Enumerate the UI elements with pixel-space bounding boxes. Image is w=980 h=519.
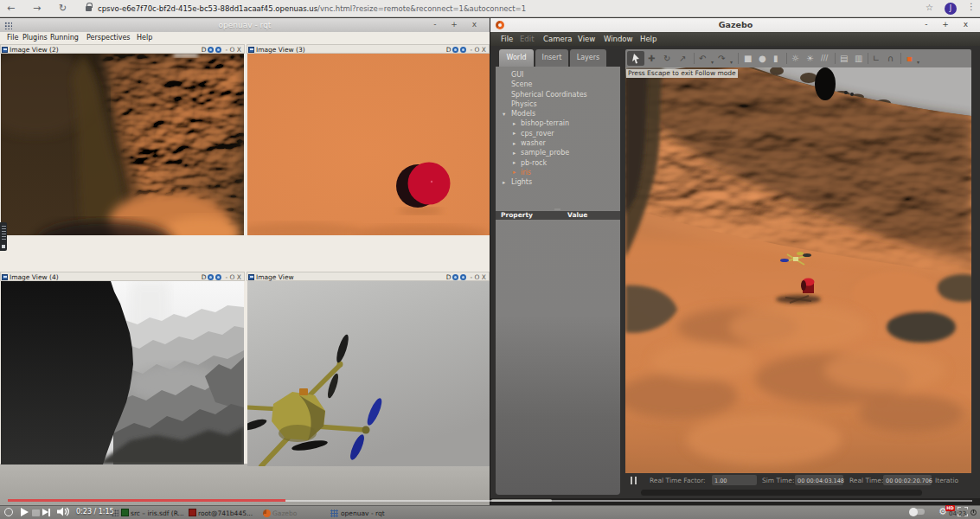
power-icon[interactable]: [970, 509, 977, 516]
taskbar-item-root[interactable]: root@741b445...: [198, 509, 253, 517]
panel-window-buttons[interactable]: - O X: [470, 46, 486, 54]
tree-item-iris[interactable]: ▸iris: [496, 169, 620, 178]
taskbar-item-rqt[interactable]: openuav - rqt: [341, 509, 385, 517]
redo-icon[interactable]: ↷: [718, 52, 725, 65]
refresh-icon[interactable]: [452, 274, 458, 280]
rqt-titlebar[interactable]: openuav - rqt - + x: [0, 18, 490, 32]
tree-item-lights[interactable]: ▸Lights: [496, 178, 620, 188]
profile-avatar[interactable]: J: [945, 3, 957, 15]
spot-light-icon[interactable]: ☀: [806, 52, 814, 65]
video-next-icon[interactable]: [42, 509, 48, 516]
rqt-menu-help[interactable]: Help: [137, 34, 152, 42]
gz-menu-file[interactable]: File: [501, 35, 513, 43]
caret-right-icon[interactable]: ▸: [513, 159, 516, 166]
taskbar-item-src[interactable]: src – iris.sdf (R...: [131, 509, 184, 517]
tree-item-spherical-coordinates[interactable]: Spherical Coordinates: [496, 91, 620, 100]
scale-tool-icon[interactable]: ↗: [679, 52, 686, 65]
dock-button[interactable]: D: [202, 46, 207, 54]
autoplay-toggle[interactable]: [910, 509, 925, 515]
caret-right-icon[interactable]: ▸: [513, 150, 516, 157]
lock-icon[interactable]: [86, 6, 92, 11]
gazebo-titlebar[interactable]: Gazebo - + x: [490, 18, 980, 32]
refresh-icon[interactable]: [208, 274, 214, 280]
snap-icon[interactable]: ∩: [887, 52, 894, 65]
rqt-menu-file[interactable]: File: [7, 34, 18, 42]
bookmark-star-icon[interactable]: ☆: [926, 3, 933, 12]
help-icon[interactable]: [215, 274, 221, 280]
video-play-icon[interactable]: [21, 508, 29, 516]
tab-layers[interactable]: Layers: [570, 49, 606, 67]
gazebo-window-buttons[interactable]: - + x: [925, 20, 974, 29]
align-icon[interactable]: ∟: [873, 52, 880, 65]
tree-item-scene[interactable]: Scene: [496, 80, 620, 90]
insert-dropdown-icon[interactable]: ▾: [917, 55, 919, 68]
directional-light-icon[interactable]: ///: [821, 52, 828, 65]
dock-handle[interactable]: [0, 222, 7, 251]
tree-item-physics[interactable]: Physics: [496, 100, 620, 110]
tree-item-sample-probe[interactable]: ▸sample_probe: [496, 149, 620, 158]
tree-item-pb-rock[interactable]: ▸pb-rock: [496, 159, 620, 169]
tree-item-gui[interactable]: GUI: [496, 71, 620, 80]
rqt-menu-running[interactable]: Running: [50, 34, 79, 42]
tab-world[interactable]: World: [499, 49, 534, 67]
pause-icon[interactable]: [631, 477, 637, 484]
help-icon[interactable]: [215, 47, 221, 53]
undo-dropdown-icon[interactable]: ▾: [711, 55, 714, 68]
tab-insert[interactable]: Insert: [535, 49, 568, 67]
timebar-scrollbar[interactable]: [641, 490, 922, 496]
terminal-green-icon[interactable]: [121, 509, 129, 516]
caret-right-icon[interactable]: ▸: [513, 130, 516, 137]
redo-dropdown-icon[interactable]: ▾: [730, 55, 733, 68]
tree-item-models[interactable]: ▾Models: [496, 110, 620, 119]
back-icon[interactable]: ←: [7, 3, 15, 14]
image-view-4-titlebar[interactable]: Image View (4) D- O X: [0, 272, 245, 281]
url-bar[interactable]: cpsvo-e6e7f70c-bf2d-415e-bc53-88dd1acaaf…: [98, 4, 526, 13]
gz-menu-camera[interactable]: Camera: [543, 35, 572, 43]
point-light-icon[interactable]: ☼: [791, 52, 799, 65]
move-tool-icon[interactable]: ✚: [648, 52, 655, 65]
dock-button[interactable]: D: [202, 273, 207, 281]
taskbar-gazebo-icon[interactable]: [263, 509, 271, 517]
browser-menu-icon[interactable]: ⋮: [967, 2, 976, 11]
caret-right-icon[interactable]: ▸: [513, 169, 516, 176]
terminal-red-icon[interactable]: [189, 509, 196, 516]
image-view-2-titlebar[interactable]: Image View (2) D- O X: [0, 44, 245, 54]
box-shape-icon[interactable]: ■: [744, 52, 752, 65]
gazebo-3d-viewport[interactable]: [625, 67, 971, 473]
video-miniplayer-icon[interactable]: [32, 509, 40, 516]
forward-icon[interactable]: →: [33, 3, 41, 14]
panel-window-buttons[interactable]: - O X: [225, 46, 241, 54]
refresh-icon[interactable]: [452, 47, 458, 53]
tree-item-bishop-terrain[interactable]: ▸bishop-terrain: [496, 119, 620, 129]
rqt-window-buttons[interactable]: - + x: [433, 20, 483, 29]
image-view-3-titlebar[interactable]: Image View (3) D- O X: [247, 44, 490, 54]
panel-window-buttons[interactable]: - O X: [225, 273, 241, 281]
paste-icon[interactable]: ▥: [855, 52, 862, 65]
cylinder-shape-icon[interactable]: ▮: [773, 52, 778, 65]
taskbar-item-gazebo[interactable]: Gazebo: [272, 509, 297, 517]
rqt-menu-plugins[interactable]: Plugins: [22, 34, 48, 42]
gz-menu-help[interactable]: Help: [640, 35, 657, 43]
taskbar-rqt-icon[interactable]: [330, 509, 338, 517]
help-icon[interactable]: [460, 47, 466, 53]
reload-icon[interactable]: ↻: [59, 3, 67, 14]
panel-window-buttons[interactable]: - O X: [470, 273, 486, 281]
fullscreen-icon[interactable]: [958, 507, 968, 516]
rotate-tool-icon[interactable]: ↻: [663, 52, 670, 65]
video-replay-icon[interactable]: [4, 508, 13, 516]
gz-menu-edit[interactable]: Edit: [520, 35, 534, 43]
video-progress-track[interactable]: [285, 500, 972, 502]
dock-button[interactable]: D: [446, 46, 452, 54]
rqt-menu-perspectives[interactable]: Perspectives: [86, 34, 131, 42]
gz-menu-view[interactable]: View: [578, 35, 595, 43]
caret-down-icon[interactable]: ▾: [503, 111, 505, 118]
gz-menu-window[interactable]: Window: [604, 35, 633, 43]
image-view-titlebar[interactable]: Image View D- O X: [247, 272, 490, 281]
video-progress-filled[interactable]: [8, 499, 285, 502]
select-tool-button[interactable]: [627, 51, 644, 66]
tree-item-cps-rover[interactable]: ▸cps_rover: [496, 130, 620, 139]
caret-right-icon[interactable]: ▸: [513, 140, 516, 147]
refresh-icon[interactable]: [208, 47, 214, 53]
undo-icon[interactable]: ↶: [699, 52, 706, 65]
copy-icon[interactable]: ▤: [840, 52, 848, 65]
